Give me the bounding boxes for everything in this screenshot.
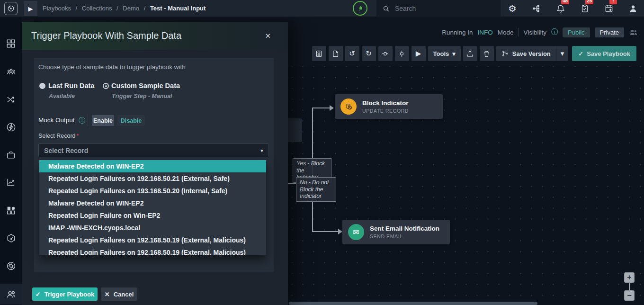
bell-icon	[556, 4, 565, 13]
shuffle-icon	[6, 94, 16, 105]
sidebar-item-teams[interactable]	[0, 61, 22, 82]
select-record-placeholder: Select Record	[44, 147, 88, 154]
briefcase-icon	[6, 150, 16, 160]
execution-log-button[interactable]	[312, 46, 326, 61]
sidebar-expand-button[interactable]: ▶	[24, 1, 37, 16]
undo-button[interactable]: ↺	[345, 46, 359, 61]
radio-last-run-data[interactable]	[39, 83, 45, 89]
visibility-private-button[interactable]: Private	[595, 27, 624, 37]
record-option[interactable]: Repeated Login Failures on 193.168.50.20…	[39, 185, 266, 197]
divider	[88, 114, 88, 126]
select-record-dropdown[interactable]: Select Record ▾	[38, 144, 269, 157]
modal-close-button[interactable]: ✕	[265, 32, 278, 40]
record-option[interactable]: Repeated Login Failures on 192.168.50.21…	[39, 172, 266, 185]
execution-log-icon	[315, 50, 323, 58]
owners-people-icon[interactable]	[629, 27, 638, 37]
mock-enable-button[interactable]: Enable	[92, 115, 114, 126]
undo-icon: ↺	[349, 49, 355, 58]
user-avatar-button[interactable]	[627, 2, 639, 15]
play-icon: ▶	[28, 5, 33, 12]
breadcrumb-demo[interactable]: Demo	[123, 5, 139, 12]
check-icon: ✓	[36, 291, 41, 298]
mock-disable-button[interactable]: Disable	[117, 115, 145, 126]
chart-icon	[6, 177, 16, 188]
sidebar-item-routing[interactable]	[0, 89, 22, 110]
align-horizontal-button[interactable]	[378, 46, 393, 61]
running-in-label: Running In	[442, 29, 473, 36]
breadcrumb-playbooks[interactable]: Playbooks	[43, 5, 71, 12]
breadcrumb-collections[interactable]: Collections	[82, 5, 112, 12]
node-block-indicator[interactable]: Block Indicator UPDATE RECORD	[335, 94, 443, 119]
settings-gear-button[interactable]: ⚙	[506, 2, 519, 15]
record-option[interactable]: IMAP -WIN-EXCH.cyops.local	[39, 222, 266, 234]
scheduled-jobs-button[interactable]: !	[603, 2, 615, 15]
record-option[interactable]: Repeated Login Failures on 192.168.50.19…	[39, 234, 266, 246]
horizontal-scrollbar[interactable]	[289, 302, 537, 305]
zoom-control-link	[629, 283, 630, 290]
notes-button[interactable]	[329, 46, 343, 61]
edge-label-no[interactable]: No - Do not Block the Indicator	[296, 177, 336, 202]
node-sent-email-notification[interactable]: ✉ Sent Email Notification SEND EMAIL	[342, 220, 450, 244]
tools-dropdown-button[interactable]: Tools ▾	[428, 46, 461, 61]
node-title: Sent Email Notification	[370, 225, 439, 232]
edge-line	[312, 231, 339, 232]
app-root: ▶ Playbooks / Collections / Demo / Test …	[0, 0, 644, 305]
record-option[interactable]: Repeated Login Failures on 192.168.50.19…	[39, 246, 266, 255]
zoom-in-button[interactable]: +	[624, 272, 635, 283]
export-button[interactable]	[463, 46, 477, 61]
align-vertical-button[interactable]	[395, 46, 409, 61]
run-playbook-button[interactable]: ▶	[411, 46, 426, 61]
delete-button[interactable]	[480, 46, 494, 61]
mode-suffix: Mode	[498, 29, 514, 36]
sidebar-item-threat-intel[interactable]	[0, 228, 22, 249]
sidebar-item-organizations[interactable]	[0, 144, 22, 165]
system-health-icon[interactable]	[353, 1, 367, 16]
update-record-icon	[340, 99, 357, 115]
sidebar-item-automation[interactable]	[0, 117, 22, 137]
record-option[interactable]: Malware Detected on WIN-EP2	[39, 197, 266, 209]
trigger-playbook-button[interactable]: ✓ Trigger Playbook	[32, 287, 98, 301]
save-version-caret[interactable]: ▾	[556, 46, 569, 61]
radio-custom-sample-data[interactable]	[103, 83, 109, 89]
check-icon: ✓	[578, 50, 583, 57]
sidebar-item-connectors[interactable]	[0, 255, 22, 276]
search-input[interactable]	[395, 5, 495, 12]
sidebar-item-user-assignments[interactable]	[0, 284, 22, 305]
record-option[interactable]: Repeated Login Failure on Win-EP2	[39, 209, 266, 222]
sidebar-item-dashboard[interactable]	[0, 33, 22, 54]
minus-icon: −	[627, 291, 631, 299]
notifications-bell-button[interactable]: 48	[555, 2, 567, 15]
save-playbook-button[interactable]: ✓ Save Playbook	[572, 46, 636, 61]
users-icon	[6, 289, 17, 300]
left-sidebar	[0, 17, 22, 305]
gear-icon: ⚙	[508, 3, 517, 14]
sidebar-item-widgets[interactable]	[0, 200, 22, 221]
play-icon: ▶	[416, 49, 421, 58]
mock-output-label: Mock Output	[38, 117, 75, 124]
app-logo-icon	[4, 2, 18, 15]
zoom-out-button[interactable]: −	[624, 290, 635, 301]
radio-last-run-data-label[interactable]: Last Run Data	[48, 82, 95, 90]
save-version-button[interactable]: Save Version ▾	[496, 46, 568, 61]
redo-icon: ↻	[366, 49, 372, 58]
send-email-icon: ✉	[348, 224, 364, 240]
close-icon: ✕	[105, 291, 110, 298]
select-record-label: Select Record*	[38, 133, 79, 139]
calendar-gear-icon	[604, 4, 614, 13]
close-icon: ✕	[265, 32, 271, 40]
dashboard-icon	[6, 38, 16, 49]
cancel-button[interactable]: ✕ Cancel	[101, 287, 137, 301]
sitemap-icon	[532, 4, 541, 13]
pending-tasks-button[interactable]: 25	[579, 2, 591, 15]
top-navigation-bar: ▶ Playbooks / Collections / Demo / Test …	[0, 0, 644, 17]
redo-button[interactable]: ↻	[362, 46, 376, 61]
sample-data-prompt: Choose type of sample data to trigger pl…	[38, 63, 186, 71]
sidebar-item-reports[interactable]	[0, 172, 22, 193]
visibility-public-button[interactable]: Public	[563, 27, 590, 37]
sitemap-button[interactable]	[530, 2, 543, 15]
breadcrumb-separator: /	[144, 5, 146, 12]
visibility-info-icon[interactable]: ⓘ	[551, 28, 558, 36]
mock-output-info-icon[interactable]: ⓘ	[79, 117, 85, 125]
radio-custom-sample-data-label[interactable]: Custom Sample Data	[111, 82, 180, 90]
record-option[interactable]: Malware Detected on WIN-EP2	[39, 160, 266, 172]
